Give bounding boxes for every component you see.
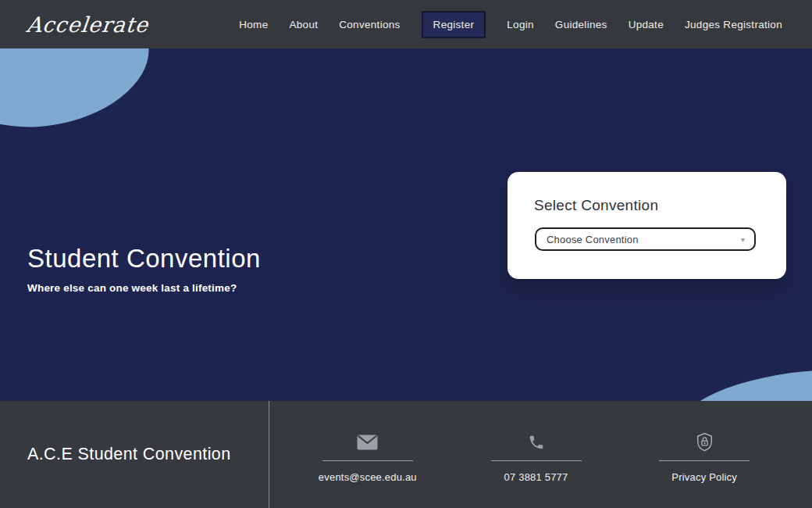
select-convention-card: Select Convention Choose Convention ▾ (508, 172, 786, 279)
footer: A.C.E Student Convention events@scee.edu… (0, 401, 812, 508)
accelerate-logo[interactable]: Accelerate (25, 13, 149, 37)
contact-privacy[interactable]: Privacy Policy (620, 401, 789, 508)
phone-icon (528, 433, 545, 452)
privacy-policy-label: Privacy Policy (671, 471, 737, 483)
nav-login[interactable]: Login (507, 19, 534, 30)
contact-divider-line (322, 460, 413, 461)
convention-dropdown[interactable]: Choose Convention ▾ (535, 227, 756, 251)
nav-register[interactable]: Register (422, 11, 486, 38)
decorative-blob-bottom-right (675, 361, 812, 401)
decorative-blob-top-left (0, 48, 160, 144)
nav-judges-registration[interactable]: Judges Registration (685, 19, 782, 30)
header: Accelerate Home About Conventions Regist… (0, 0, 812, 48)
nav-guidelines[interactable]: Guidelines (555, 19, 607, 30)
nav-about[interactable]: About (289, 19, 318, 30)
card-title: Select Convention (534, 197, 786, 214)
email-icon (357, 433, 378, 452)
chevron-down-icon: ▾ (741, 235, 745, 244)
contact-divider-line (659, 460, 750, 461)
nav-home[interactable]: Home (239, 19, 268, 30)
page-title: Student Convention (27, 244, 261, 274)
footer-brand-wrap: A.C.E Student Convention (0, 401, 269, 508)
hero-section: Student Convention Where else can one we… (0, 48, 812, 401)
email-label: events@scee.edu.au (319, 471, 417, 483)
nav-update[interactable]: Update (629, 19, 664, 30)
phone-label: 07 3881 5777 (504, 471, 568, 483)
main-nav: Home About Conventions Register Login Gu… (239, 11, 782, 38)
contact-email[interactable]: events@scee.edu.au (283, 401, 452, 508)
page-subtitle: Where else can one week last a lifetime? (27, 282, 237, 294)
privacy-shield-icon (696, 433, 713, 452)
convention-dropdown-value: Choose Convention (547, 234, 639, 245)
footer-brand: A.C.E Student Convention (27, 445, 231, 464)
footer-contacts: events@scee.edu.au 07 3881 5777 P (269, 401, 812, 508)
nav-conventions[interactable]: Conventions (339, 19, 400, 30)
contact-divider-line (491, 460, 582, 461)
contact-phone[interactable]: 07 3881 5777 (452, 401, 621, 508)
